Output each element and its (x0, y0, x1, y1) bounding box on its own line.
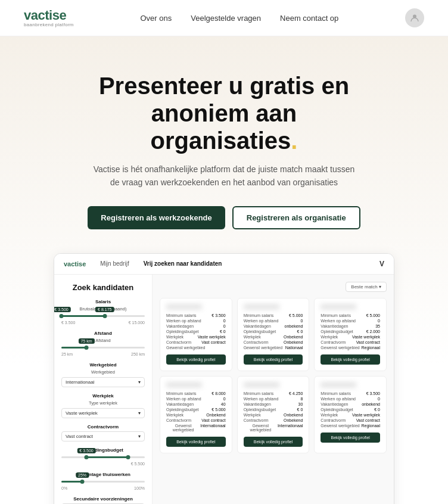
bekijk-profiel-button[interactable]: Bekijk volledig profiel (244, 437, 303, 447)
filter-voorzieningen: Secundaire voorzieningen ▾ (61, 496, 145, 504)
card-row-vakantie: Vakantiedagen 0 (166, 324, 226, 328)
bekijk-profiel-button[interactable]: Bekijk volledig profiel (166, 437, 226, 447)
card-row-afstand: Werken op afstand 0 (166, 397, 226, 401)
candidate-card: Minimum salaris € 4.250 Werken op afstan… (237, 376, 310, 453)
card-row-opleiding: Opleidingsbudget € 0 (321, 407, 380, 412)
app-preview: vactise Mijn bedrijf Vrij zoeken naar ka… (54, 253, 394, 504)
card-row-vakantie: Vakantiedagen onbekend (244, 324, 303, 328)
card-row-afstand: Werken op afstand 8 (244, 397, 303, 401)
app-logo: vactise (64, 260, 86, 267)
candidate-avatar (244, 382, 279, 387)
afstand-range-labels: 25 km 250 km (61, 352, 145, 356)
app-nav-mijn-bedrijf[interactable]: Mijn bedrijf (100, 260, 129, 267)
register-werkzoekende-button[interactable]: Registreren als werkzoekende (88, 206, 225, 229)
card-row-werkplek: Werkplek Vaste werkplek (166, 335, 226, 339)
app-nav-vrij-zoeken[interactable]: Vrij zoeken naar kandidaten (144, 260, 222, 267)
filter-werkplek: Werkplek Type werkplek Vaste werkplek ▾ (61, 393, 145, 418)
hero-title-dot: . (291, 127, 297, 154)
candidates-area: Beste match ▾ Minimum salaris € 3.500 We… (153, 275, 394, 504)
filter-werkgebied: Werkgebied Werkgebied Internationaal ▾ (61, 362, 145, 387)
card-row-afstand: Werken op afstand 0 (244, 319, 303, 323)
card-row-werkplek: Werkplek Onbekend (244, 413, 303, 417)
contractvorm-select[interactable]: Vast contract ▾ (61, 431, 145, 441)
bekijk-profiel-button[interactable]: Bekijk volledig profiel (321, 433, 380, 443)
afstand-range-track[interactable]: 75 km (61, 347, 145, 349)
werkgebied-select[interactable]: Internationaal ▾ (61, 377, 145, 387)
card-row-werkplek: Werkplek Vaste werkplek (321, 413, 380, 417)
bekijk-profiel-button[interactable]: Bekijk volledig profiel (166, 354, 226, 365)
candidate-avatar (321, 304, 356, 309)
bekijk-profiel-button[interactable]: Bekijk volledig profiel (244, 354, 303, 365)
filter-afstand-label: Afstand (61, 331, 145, 336)
candidate-avatar (166, 382, 202, 387)
filter-contractvorm: Contractvorm Vast contract ▾ (61, 424, 145, 441)
app-navbar: vactise Mijn bedrijf Vrij zoeken naar ka… (54, 254, 394, 275)
card-row-afstand: Werken op afstand 0 (166, 319, 226, 323)
user-avatar[interactable] (405, 8, 424, 27)
candidate-avatar (166, 304, 202, 309)
card-row-opleiding: Opleidingsbudget € 0 (166, 329, 226, 334)
card-row-opleiding: Opleidingsbudget € 5.000 (166, 407, 226, 412)
card-row-gewenst: Gewenst werkgebied Regionaal (321, 346, 380, 350)
candidates-grid: Minimum salaris € 3.500 Werken op afstan… (160, 298, 387, 453)
werkplek-select[interactable]: Vaste werkplek ▾ (61, 408, 145, 418)
card-row-salaris: Minimum salaris € 3.500 (321, 391, 380, 396)
card-row-gewenst: Gewenst werkgebied Internationaal (244, 424, 303, 432)
candidate-card: Minimum salaris € 5.000 Werken op afstan… (314, 298, 387, 371)
hero-subtitle: Vactise is hét onafhankelijke platform d… (93, 163, 355, 189)
card-row-afstand: Werken op afstand 0 (321, 319, 380, 323)
card-row-vakantie: Vakantiedagen 30 (244, 402, 303, 406)
candidates-header: Beste match ▾ (160, 282, 387, 292)
user-icon (410, 13, 419, 23)
card-row-gewenst: Gewenst werkgebied Regionaal (321, 424, 380, 428)
register-organisatie-button[interactable]: Registreren als organisatie (232, 206, 360, 229)
filter-afstand: Afstand Afstand 75 km 25 km 250 km (61, 331, 145, 356)
card-row-contract: Contractvorm Onbekend (244, 340, 303, 344)
card-row-salaris: Minimum salaris € 5.000 (321, 313, 380, 318)
candidate-card: Minimum salaris € 3.500 Werken op afstan… (160, 298, 232, 371)
bekijk-profiel-button[interactable]: Bekijk volledig profiel (321, 354, 380, 365)
card-row-werkplek: Werkplek Onbekend (244, 335, 303, 339)
filter-thuiswerken-label: Percentage thuiswerken (61, 472, 145, 477)
candidate-card: Minimum salaris € 8.000 Werken op afstan… (160, 376, 232, 453)
opleidingsbudget-range-track[interactable]: € 3.500 (61, 456, 145, 458)
card-row-vakantie: Vakantiedagen 35 (321, 324, 380, 328)
salaris-range-track[interactable]: € 3.500 € 8.175 (61, 315, 145, 317)
card-row-werkplek: Werkplek Onbekend (166, 413, 226, 417)
candidate-card: Minimum salaris € 3.500 Werken op afstan… (314, 376, 387, 453)
filter-salaris: Salaris Brutoalaris (per maand) € 3.500 … (61, 299, 145, 325)
candidate-avatar (244, 304, 279, 309)
filter-werkgebied-label: Werkgebied (61, 362, 145, 368)
logo-text: vactise (24, 9, 74, 22)
nav-item-veelgestelde-vragen[interactable]: Veelgestelde vragen (191, 13, 261, 23)
app-body: Zoek kandidaten Salaris Brutoalaris (per… (54, 275, 394, 504)
card-row-salaris: Minimum salaris € 5.000 (244, 313, 303, 318)
candidate-avatar (321, 382, 356, 387)
card-row-vakantie: Vakantiedagen onbekend (321, 402, 380, 406)
card-row-gewenst: Gewenst werkgebied Internationaal (166, 424, 226, 432)
filter-thuiswerken: Percentage thuiswerken 25% 0% 100% (61, 472, 145, 490)
logo[interactable]: vactise baanbrekend platform (24, 9, 74, 27)
card-row-salaris: Minimum salaris € 4.250 (244, 391, 303, 396)
filter-contractvorm-label: Contractvorm (61, 424, 145, 430)
hero-title: Presenteer u gratis en anoniem aan organ… (51, 72, 397, 154)
nav-item-neem-contact-op[interactable]: Neem contact op (280, 13, 338, 23)
filter-voorzieningen-label: Secundaire voorzieningen (61, 496, 145, 502)
sidebar: Zoek kandidaten Salaris Brutoalaris (per… (54, 275, 153, 504)
filter-werkplek-label: Werkplek (61, 393, 145, 399)
filter-werkplek-sub: Type werkplek (61, 400, 145, 406)
card-row-contract: Contractvorm Vast contract (321, 418, 380, 422)
sort-dropdown[interactable]: Beste match ▾ (346, 282, 387, 292)
card-row-gewenst: Gewenst werkgebied (166, 346, 226, 350)
card-row-salaris: Minimum salaris € 3.500 (166, 313, 226, 318)
thuiswerken-range-track[interactable]: 25% (61, 481, 145, 483)
sidebar-title: Zoek kandidaten (61, 283, 145, 292)
card-row-contract: Contractvorm Vast contract (166, 340, 226, 344)
nav-item-over-ons[interactable]: Over ons (140, 13, 172, 23)
filter-werkgebied-sub: Werkgebied (61, 369, 145, 375)
filter-afstand-sub: Afstand (61, 338, 145, 343)
hero-buttons: Registreren als werkzoekende Registreren… (36, 206, 412, 229)
salaris-range-labels: € 3.500 € 15.000 (61, 321, 145, 325)
app-nav-user[interactable]: V (379, 260, 384, 268)
hero-section: Presenteer u gratis en anoniem aan organ… (0, 36, 448, 504)
